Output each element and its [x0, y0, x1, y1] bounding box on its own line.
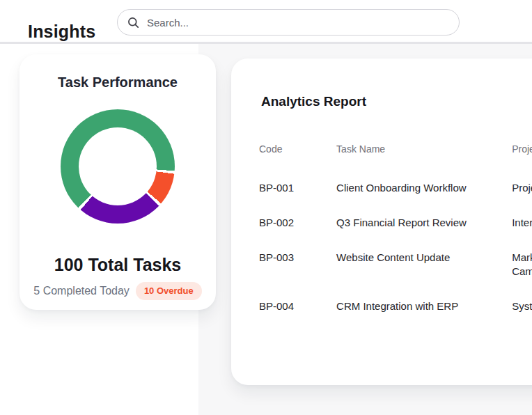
search-input[interactable]: [146, 16, 449, 29]
analytics-table: Code Task Name Project BP-001 Client Onb…: [259, 143, 532, 324]
overdue-badge: 10 Overdue: [136, 282, 202, 300]
cell-code: BP-002: [259, 205, 336, 240]
analytics-report-card: Analytics Report Code Task Name Project …: [231, 58, 532, 385]
total-tasks-label: 100 Total Tasks: [19, 254, 216, 275]
completed-today-label: 5 Completed Today: [33, 285, 130, 297]
cell-code: BP-001: [259, 171, 336, 205]
column-header-task-name: Task Name: [336, 143, 512, 171]
task-performance-card: Task Performance 100 Total Tasks 5 Compl…: [19, 54, 216, 310]
column-header-code: Code: [259, 143, 336, 171]
cell-task-name: Website Content Update: [336, 240, 512, 289]
cell-code: BP-003: [259, 240, 336, 289]
cell-code: BP-004: [259, 289, 336, 324]
search-icon: [127, 17, 139, 29]
search-bar[interactable]: [117, 9, 460, 36]
table-row: BP-001 Client Onboarding Workflow Projec…: [259, 171, 532, 205]
cell-project: Marketing Campaign: [512, 240, 532, 289]
cell-task-name: Client Onboarding Workflow: [336, 171, 512, 205]
table-header-row: Code Task Name Project: [259, 143, 532, 171]
column-header-project: Project: [512, 143, 532, 171]
task-stats-row: 5 Completed Today 10 Overdue: [19, 282, 216, 300]
app-header: Insights: [0, 0, 532, 44]
analytics-report-title: Analytics Report: [261, 92, 532, 111]
donut-chart: [61, 109, 175, 224]
cell-task-name: Q3 Financial Report Review: [336, 205, 512, 240]
donut-chart-hole: [79, 127, 157, 205]
table-row: BP-004 CRM Integration with ERP System U…: [259, 289, 532, 324]
table-row: BP-003 Website Content Update Marketing …: [259, 240, 532, 289]
cell-project: Project Alpha: [512, 171, 532, 205]
cell-task-name: CRM Integration with ERP: [336, 289, 512, 324]
table-row: BP-002 Q3 Financial Report Review Intern…: [259, 205, 532, 240]
cell-project: System Upgrade: [512, 289, 532, 324]
task-performance-title: Task Performance: [19, 54, 216, 91]
page-title: Insights: [28, 22, 95, 41]
main-content: Task Performance 100 Total Tasks 5 Compl…: [0, 44, 532, 415]
cell-project: Internal Audit: [512, 205, 532, 240]
